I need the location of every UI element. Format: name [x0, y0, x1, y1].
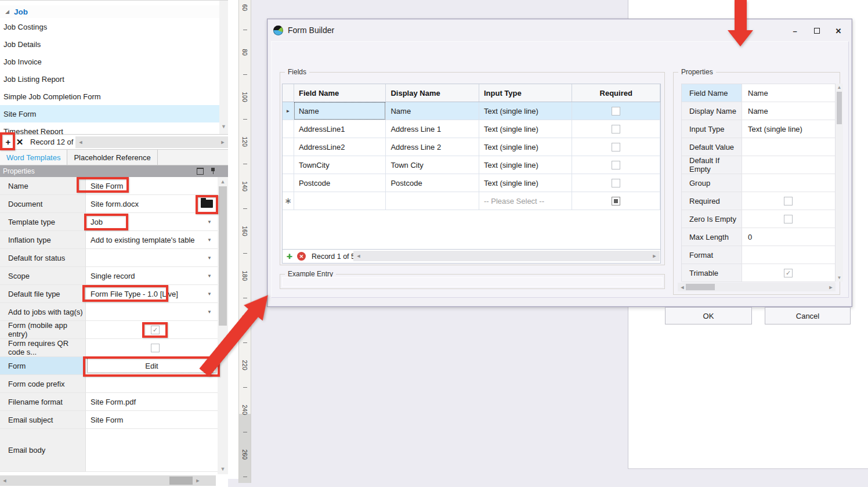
- field-property-row[interactable]: Display NameName: [682, 102, 835, 120]
- column-header[interactable]: Required: [572, 84, 660, 102]
- input-type-cell[interactable]: -- Please Select --: [479, 192, 573, 210]
- scrollbar-thumb[interactable]: [686, 284, 715, 290]
- input-type-cell[interactable]: Text (single line): [479, 174, 573, 192]
- property-row[interactable]: Template typeJob▼: [0, 213, 218, 231]
- field-property-row[interactable]: Input TypeText (single line): [682, 120, 835, 138]
- property-value[interactable]: Site Form: [86, 411, 218, 428]
- checkbox-icon[interactable]: [151, 344, 160, 352]
- field-property-value[interactable]: [742, 138, 835, 156]
- property-row[interactable]: DocumentSite form.docx: [0, 195, 218, 213]
- chevron-down-icon[interactable]: ▼: [207, 255, 212, 261]
- field-property-row[interactable]: Field NameName: [682, 84, 835, 102]
- folder-icon[interactable]: [201, 200, 213, 208]
- table-row[interactable]: PostcodePostcodeText (single line): [283, 174, 660, 192]
- property-value[interactable]: Site form.docx: [86, 195, 218, 212]
- display-name-cell[interactable]: Address Line 2: [386, 138, 479, 156]
- scroll-right-icon[interactable]: ►: [650, 251, 659, 261]
- field-properties-vertical-scrollbar[interactable]: ▲ ▼: [836, 84, 843, 282]
- field-property-row[interactable]: Max Length0: [682, 228, 835, 246]
- checkbox-checked-icon[interactable]: ✓: [151, 326, 160, 334]
- column-header[interactable]: Input Type: [479, 84, 573, 102]
- list-item[interactable]: Job Invoice: [0, 53, 219, 70]
- field-name-cell[interactable]: Postcode: [294, 174, 386, 192]
- field-property-value[interactable]: 0: [742, 228, 835, 246]
- checkbox-icon[interactable]: [612, 125, 620, 134]
- list-item[interactable]: Site Form: [0, 105, 219, 122]
- field-property-value[interactable]: [742, 192, 835, 210]
- field-name-cell[interactable]: TownCity: [294, 156, 386, 174]
- property-row[interactable]: FormEdit: [0, 357, 218, 375]
- table-row[interactable]: ∗-- Please Select --: [283, 192, 660, 210]
- list-group-header[interactable]: ◢ Job: [0, 5, 219, 18]
- add-record-button[interactable]: +: [2, 137, 14, 147]
- maximize-button[interactable]: [809, 24, 824, 37]
- properties-vertical-scrollbar[interactable]: ▲ ▼: [218, 177, 228, 474]
- table-row[interactable]: ►NameNameText (single line): [283, 102, 660, 120]
- checkbox-icon[interactable]: [612, 143, 620, 151]
- property-value[interactable]: [86, 429, 218, 471]
- property-value[interactable]: Site Form.pdf: [86, 393, 218, 410]
- field-name-cell[interactable]: AddressLine2: [294, 138, 386, 156]
- property-row[interactable]: Email body: [0, 429, 218, 472]
- group-expand-icon[interactable]: ◢: [5, 9, 9, 15]
- checkbox-indeterminate-icon[interactable]: [612, 197, 620, 205]
- field-name-cell[interactable]: [294, 192, 386, 210]
- field-property-row[interactable]: Default Value: [682, 138, 835, 156]
- scroll-left-icon[interactable]: ◄: [1, 475, 9, 486]
- required-cell[interactable]: [572, 174, 660, 192]
- field-property-row[interactable]: Group: [682, 174, 835, 192]
- checkbox-checked-icon[interactable]: ✓: [784, 269, 793, 277]
- property-row[interactable]: Default for status▼: [0, 249, 218, 267]
- column-header[interactable]: Field Name: [294, 84, 386, 102]
- input-type-cell[interactable]: Text (single line): [479, 138, 573, 156]
- list-vertical-scrollbar[interactable]: ▼: [219, 1, 228, 134]
- chevron-down-icon[interactable]: ▼: [207, 291, 212, 297]
- table-row[interactable]: TownCityTown CityText (single line): [283, 156, 660, 174]
- scroll-left-icon[interactable]: ◄: [77, 136, 85, 148]
- chevron-down-icon[interactable]: ▼: [207, 309, 212, 315]
- property-row[interactable]: NameSite Form: [0, 177, 218, 195]
- add-field-button[interactable]: +: [287, 251, 292, 262]
- chevron-down-icon[interactable]: ▼: [207, 237, 212, 243]
- property-value[interactable]: Add to existing template's table▼: [86, 231, 218, 248]
- property-row[interactable]: Form (mobile app entry)✓: [0, 321, 218, 339]
- chevron-down-icon[interactable]: ▼: [207, 219, 212, 225]
- close-button[interactable]: ✕: [831, 24, 846, 37]
- fields-table-scrollbar[interactable]: ◄ ►: [353, 251, 660, 261]
- scroll-right-icon[interactable]: ►: [194, 475, 202, 486]
- list-item[interactable]: Job Listing Report: [0, 70, 219, 88]
- field-property-row[interactable]: Zero Is Empty: [682, 210, 835, 228]
- property-value[interactable]: Form File Type - 1.0 [Live]▼: [86, 285, 218, 302]
- required-cell[interactable]: [572, 138, 660, 156]
- scroll-down-icon[interactable]: ▼: [218, 466, 228, 472]
- pin-icon[interactable]: [211, 168, 215, 174]
- scroll-right-icon[interactable]: ►: [219, 136, 227, 148]
- field-property-row[interactable]: Required: [682, 192, 835, 210]
- property-value[interactable]: Single record▼: [86, 267, 218, 284]
- property-row[interactable]: Form code prefix: [0, 375, 218, 393]
- property-value[interactable]: ✓: [86, 321, 218, 338]
- field-property-value[interactable]: Text (single line): [742, 120, 835, 138]
- list-item[interactable]: Timesheet Report: [0, 122, 219, 134]
- property-row[interactable]: Default file typeForm File Type - 1.0 [L…: [0, 285, 218, 303]
- ok-button[interactable]: OK: [665, 307, 752, 324]
- required-cell[interactable]: [572, 102, 660, 120]
- properties-horizontal-scrollbar[interactable]: ◄ ►: [0, 475, 216, 486]
- minimize-button[interactable]: –: [787, 24, 802, 37]
- delete-field-button[interactable]: ✕: [297, 252, 306, 261]
- field-property-value[interactable]: Name: [742, 102, 835, 120]
- property-value[interactable]: [86, 375, 218, 392]
- required-cell[interactable]: [572, 156, 660, 174]
- checkbox-icon[interactable]: [784, 197, 793, 205]
- scroll-left-icon[interactable]: ◄: [355, 251, 363, 261]
- input-type-cell[interactable]: Text (single line): [479, 102, 573, 120]
- property-value[interactable]: Site Form: [86, 177, 218, 194]
- tab-placeholder-reference[interactable]: Placeholder Reference: [67, 150, 157, 165]
- field-property-value[interactable]: [742, 156, 835, 174]
- field-property-row[interactable]: Default If Empty: [682, 156, 835, 174]
- property-row[interactable]: Email subjectSite Form: [0, 411, 218, 429]
- property-row[interactable]: Add to jobs with tag(s)▼: [0, 303, 218, 321]
- display-name-cell[interactable]: [386, 192, 479, 210]
- scrollbar-thumb[interactable]: [837, 92, 842, 124]
- dialog-title-bar[interactable]: Form Builder – ✕: [268, 20, 851, 41]
